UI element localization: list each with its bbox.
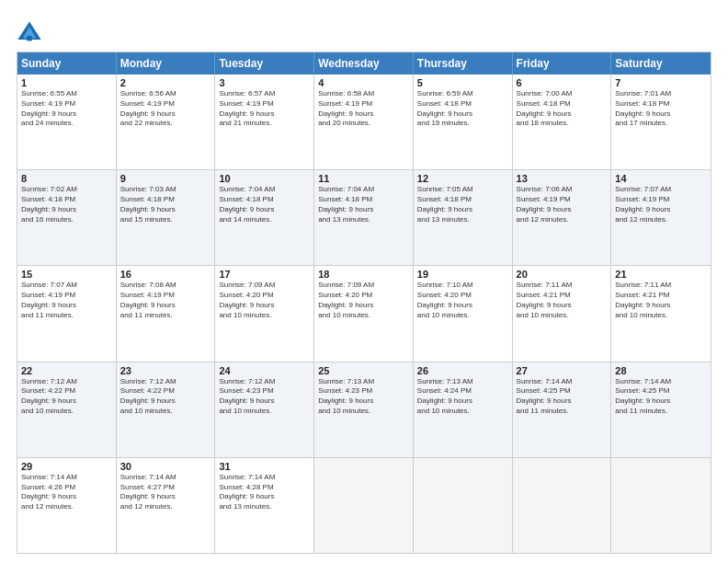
page: SundayMondayTuesdayWednesdayThursdayFrid… (0, 0, 728, 563)
day-info: Sunrise: 7:10 AMSunset: 4:20 PMDaylight:… (417, 281, 508, 320)
day-cell-1: 1Sunrise: 6:55 AMSunset: 4:19 PMDaylight… (17, 75, 117, 169)
day-cell-17: 17Sunrise: 7:09 AMSunset: 4:20 PMDayligh… (215, 266, 314, 361)
day-info: Sunrise: 7:11 AMSunset: 4:21 PMDaylight:… (517, 281, 608, 320)
day-info: Sunrise: 6:58 AMSunset: 4:19 PMDaylight:… (318, 89, 409, 129)
day-number: 25 (318, 365, 409, 376)
day-info: Sunrise: 7:13 AMSunset: 4:24 PMDaylight:… (417, 377, 508, 417)
day-number: 14 (615, 173, 707, 184)
day-number: 17 (219, 269, 310, 280)
day-number: 8 (21, 173, 112, 184)
day-number: 29 (21, 461, 112, 472)
day-number: 26 (417, 365, 508, 376)
header-day-friday: Friday (513, 52, 612, 75)
day-cell-18: 18Sunrise: 7:09 AMSunset: 4:20 PMDayligh… (314, 266, 414, 361)
day-number: 13 (517, 173, 608, 184)
logo-icon (17, 20, 42, 46)
day-cell-26: 26Sunrise: 7:13 AMSunset: 4:24 PMDayligh… (414, 362, 513, 457)
day-cell-31: 31Sunrise: 7:14 AMSunset: 4:28 PMDayligh… (215, 458, 314, 553)
day-number: 5 (417, 77, 508, 88)
day-info: Sunrise: 7:03 AMSunset: 4:18 PMDaylight:… (120, 185, 211, 224)
day-number: 15 (21, 269, 112, 280)
day-info: Sunrise: 7:04 AMSunset: 4:18 PMDaylight:… (318, 185, 409, 224)
day-cell-20: 20Sunrise: 7:11 AMSunset: 4:21 PMDayligh… (513, 266, 612, 361)
header (17, 17, 711, 46)
day-cell-12: 12Sunrise: 7:05 AMSunset: 4:18 PMDayligh… (414, 170, 513, 265)
day-number: 3 (219, 77, 310, 88)
day-info: Sunrise: 7:12 AMSunset: 4:22 PMDaylight:… (120, 377, 211, 417)
empty-cell (611, 458, 711, 553)
header-day-saturday: Saturday (611, 52, 711, 75)
day-info: Sunrise: 7:07 AMSunset: 4:19 PMDaylight:… (615, 185, 707, 224)
header-day-monday: Monday (117, 52, 216, 75)
day-cell-8: 8Sunrise: 7:02 AMSunset: 4:18 PMDaylight… (17, 170, 117, 265)
day-info: Sunrise: 7:09 AMSunset: 4:20 PMDaylight:… (318, 281, 409, 320)
svg-rect-2 (27, 36, 32, 41)
empty-cell (513, 458, 612, 553)
day-info: Sunrise: 6:57 AMSunset: 4:19 PMDaylight:… (219, 89, 310, 129)
day-number: 23 (120, 365, 211, 376)
day-number: 28 (615, 365, 707, 376)
day-cell-5: 5Sunrise: 6:59 AMSunset: 4:18 PMDaylight… (414, 75, 513, 169)
day-cell-3: 3Sunrise: 6:57 AMSunset: 4:19 PMDaylight… (215, 75, 314, 169)
day-cell-11: 11Sunrise: 7:04 AMSunset: 4:18 PMDayligh… (314, 170, 414, 265)
day-info: Sunrise: 7:13 AMSunset: 4:23 PMDaylight:… (318, 377, 409, 417)
day-info: Sunrise: 7:05 AMSunset: 4:18 PMDaylight:… (417, 185, 508, 224)
day-cell-7: 7Sunrise: 7:01 AMSunset: 4:18 PMDaylight… (611, 75, 711, 169)
day-info: Sunrise: 7:04 AMSunset: 4:18 PMDaylight:… (219, 185, 310, 224)
day-number: 1 (21, 77, 112, 88)
day-number: 24 (219, 365, 310, 376)
day-number: 11 (318, 173, 409, 184)
day-info: Sunrise: 6:55 AMSunset: 4:19 PMDaylight:… (21, 89, 112, 129)
day-number: 27 (517, 365, 608, 376)
calendar-header: SundayMondayTuesdayWednesdayThursdayFrid… (17, 52, 711, 75)
day-info: Sunrise: 7:12 AMSunset: 4:22 PMDaylight:… (21, 377, 112, 417)
day-info: Sunrise: 7:14 AMSunset: 4:28 PMDaylight:… (219, 473, 310, 512)
day-cell-9: 9Sunrise: 7:03 AMSunset: 4:18 PMDaylight… (117, 170, 216, 265)
day-cell-4: 4Sunrise: 6:58 AMSunset: 4:19 PMDaylight… (314, 75, 414, 169)
day-cell-27: 27Sunrise: 7:14 AMSunset: 4:25 PMDayligh… (513, 362, 612, 457)
calendar-body: 1Sunrise: 6:55 AMSunset: 4:19 PMDaylight… (17, 75, 711, 553)
calendar-row-2: 8Sunrise: 7:02 AMSunset: 4:18 PMDaylight… (17, 170, 711, 266)
day-info: Sunrise: 7:00 AMSunset: 4:18 PMDaylight:… (517, 89, 608, 129)
day-info: Sunrise: 7:14 AMSunset: 4:27 PMDaylight:… (120, 473, 211, 512)
day-cell-30: 30Sunrise: 7:14 AMSunset: 4:27 PMDayligh… (117, 458, 216, 553)
day-info: Sunrise: 6:56 AMSunset: 4:19 PMDaylight:… (120, 89, 211, 129)
day-info: Sunrise: 7:06 AMSunset: 4:19 PMDaylight:… (517, 185, 608, 224)
day-cell-15: 15Sunrise: 7:07 AMSunset: 4:19 PMDayligh… (17, 266, 117, 361)
day-number: 30 (120, 461, 211, 472)
header-day-sunday: Sunday (17, 52, 117, 75)
day-cell-24: 24Sunrise: 7:12 AMSunset: 4:23 PMDayligh… (215, 362, 314, 457)
day-number: 16 (120, 269, 211, 280)
day-info: Sunrise: 7:08 AMSunset: 4:19 PMDaylight:… (120, 281, 211, 320)
day-cell-10: 10Sunrise: 7:04 AMSunset: 4:18 PMDayligh… (215, 170, 314, 265)
day-number: 18 (318, 269, 409, 280)
day-number: 6 (517, 77, 608, 88)
empty-cell (414, 458, 513, 553)
day-cell-23: 23Sunrise: 7:12 AMSunset: 4:22 PMDayligh… (117, 362, 216, 457)
day-cell-21: 21Sunrise: 7:11 AMSunset: 4:21 PMDayligh… (611, 266, 711, 361)
empty-cell (314, 458, 414, 553)
day-number: 12 (417, 173, 508, 184)
day-cell-29: 29Sunrise: 7:14 AMSunset: 4:26 PMDayligh… (17, 458, 117, 553)
calendar-row-1: 1Sunrise: 6:55 AMSunset: 4:19 PMDaylight… (17, 75, 711, 170)
day-info: Sunrise: 6:59 AMSunset: 4:18 PMDaylight:… (417, 89, 508, 129)
calendar-row-5: 29Sunrise: 7:14 AMSunset: 4:26 PMDayligh… (17, 458, 711, 553)
day-info: Sunrise: 7:14 AMSunset: 4:25 PMDaylight:… (517, 377, 608, 417)
header-day-wednesday: Wednesday (314, 52, 414, 75)
day-number: 9 (120, 173, 211, 184)
calendar-row-4: 22Sunrise: 7:12 AMSunset: 4:22 PMDayligh… (17, 362, 711, 458)
day-number: 20 (517, 269, 608, 280)
day-info: Sunrise: 7:07 AMSunset: 4:19 PMDaylight:… (21, 281, 112, 320)
day-info: Sunrise: 7:14 AMSunset: 4:25 PMDaylight:… (615, 377, 707, 417)
day-info: Sunrise: 7:14 AMSunset: 4:26 PMDaylight:… (21, 473, 112, 512)
day-cell-22: 22Sunrise: 7:12 AMSunset: 4:22 PMDayligh… (17, 362, 117, 457)
day-number: 31 (219, 461, 310, 472)
day-number: 21 (615, 269, 707, 280)
day-cell-16: 16Sunrise: 7:08 AMSunset: 4:19 PMDayligh… (117, 266, 216, 361)
calendar: SundayMondayTuesdayWednesdayThursdayFrid… (17, 52, 711, 554)
day-number: 7 (615, 77, 707, 88)
day-cell-6: 6Sunrise: 7:00 AMSunset: 4:18 PMDaylight… (513, 75, 612, 169)
day-info: Sunrise: 7:02 AMSunset: 4:18 PMDaylight:… (21, 185, 112, 224)
day-cell-19: 19Sunrise: 7:10 AMSunset: 4:20 PMDayligh… (414, 266, 513, 361)
day-info: Sunrise: 7:12 AMSunset: 4:23 PMDaylight:… (219, 377, 310, 417)
